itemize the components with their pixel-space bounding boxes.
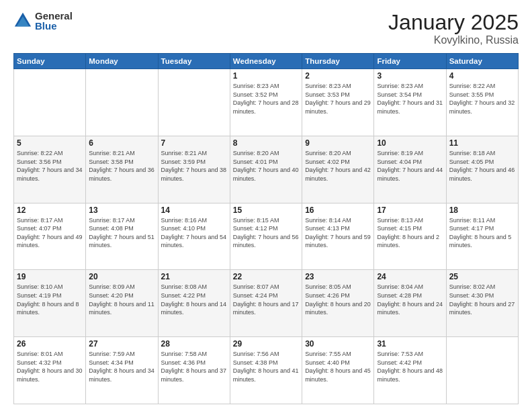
day-daylight: Daylight: 7 hours and 59 minutes. xyxy=(305,234,371,249)
calendar-cell: 14 Sunrise: 8:16 AM Sunset: 4:10 PM Dayl… xyxy=(158,203,230,270)
day-daylight: Daylight: 7 hours and 36 minutes. xyxy=(89,167,154,182)
day-daylight: Daylight: 7 hours and 28 minutes. xyxy=(233,99,299,115)
day-number: 4 xyxy=(449,71,515,81)
day-number: 26 xyxy=(17,339,83,349)
day-sunset: Sunset: 3:53 PM xyxy=(305,91,350,98)
day-number: 13 xyxy=(89,205,154,215)
day-sunrise: Sunrise: 8:14 AM xyxy=(305,217,351,224)
day-sunset: Sunset: 4:36 PM xyxy=(161,359,206,366)
day-daylight: Daylight: 8 hours and 30 minutes. xyxy=(17,367,83,383)
day-sunset: Sunset: 4:34 PM xyxy=(89,359,134,366)
calendar-cell: 25 Sunrise: 8:02 AM Sunset: 4:30 PM Dayl… xyxy=(446,270,518,337)
day-daylight: Daylight: 8 hours and 5 minutes. xyxy=(449,234,512,249)
logo-general-text: General xyxy=(35,11,73,21)
day-sunset: Sunset: 4:05 PM xyxy=(449,158,494,165)
day-sunset: Sunset: 4:30 PM xyxy=(449,292,494,299)
day-sunset: Sunset: 4:22 PM xyxy=(161,292,206,299)
day-sunset: Sunset: 4:04 PM xyxy=(377,158,422,165)
day-sunrise: Sunrise: 8:09 AM xyxy=(89,283,135,290)
day-sunset: Sunset: 4:12 PM xyxy=(233,225,278,232)
day-sunset: Sunset: 4:01 PM xyxy=(233,158,278,165)
day-sunrise: Sunrise: 8:22 AM xyxy=(449,83,496,89)
calendar-cell: 31 Sunrise: 7:53 AM Sunset: 4:42 PM Dayl… xyxy=(374,337,446,404)
day-sunrise: Sunrise: 8:10 AM xyxy=(17,283,63,290)
page: General Blue January 2025 Kovylkino, Rus… xyxy=(0,0,532,411)
day-number: 19 xyxy=(17,272,83,281)
day-sunrise: Sunrise: 8:17 AM xyxy=(17,217,63,224)
col-sunday: Sunday xyxy=(14,54,86,69)
day-sunrise: Sunrise: 8:20 AM xyxy=(233,150,279,156)
day-number: 7 xyxy=(161,138,227,148)
day-sunrise: Sunrise: 8:23 AM xyxy=(305,83,351,89)
calendar-cell: 7 Sunrise: 8:21 AM Sunset: 3:59 PM Dayli… xyxy=(158,136,230,203)
day-daylight: Daylight: 7 hours and 54 minutes. xyxy=(161,234,227,249)
week-row-1: 1 Sunrise: 8:23 AM Sunset: 3:52 PM Dayli… xyxy=(14,69,519,136)
day-sunrise: Sunrise: 7:56 AM xyxy=(233,351,279,357)
day-daylight: Daylight: 7 hours and 34 minutes. xyxy=(17,167,83,182)
calendar-table: Sunday Monday Tuesday Wednesday Thursday… xyxy=(13,53,519,404)
day-number: 24 xyxy=(377,272,443,281)
day-daylight: Daylight: 8 hours and 8 minutes. xyxy=(17,301,79,316)
calendar-cell xyxy=(158,69,230,136)
day-number: 14 xyxy=(161,205,227,215)
day-daylight: Daylight: 7 hours and 38 minutes. xyxy=(161,167,227,182)
logo-text: General Blue xyxy=(35,11,73,31)
day-sunset: Sunset: 4:26 PM xyxy=(305,292,350,299)
day-daylight: Daylight: 7 hours and 31 minutes. xyxy=(377,99,443,115)
calendar-cell xyxy=(446,337,518,404)
day-number: 31 xyxy=(377,339,443,349)
calendar-cell: 4 Sunrise: 8:22 AM Sunset: 3:55 PM Dayli… xyxy=(446,69,518,136)
calendar-title: January 2025 xyxy=(388,11,519,34)
day-sunset: Sunset: 3:56 PM xyxy=(17,158,62,165)
day-sunrise: Sunrise: 8:22 AM xyxy=(17,150,63,156)
day-sunset: Sunset: 4:19 PM xyxy=(17,292,62,299)
calendar-cell: 2 Sunrise: 8:23 AM Sunset: 3:53 PM Dayli… xyxy=(302,69,374,136)
day-number: 3 xyxy=(377,71,443,81)
day-sunrise: Sunrise: 8:21 AM xyxy=(89,150,135,156)
calendar-cell: 20 Sunrise: 8:09 AM Sunset: 4:20 PM Dayl… xyxy=(86,270,158,337)
day-number: 25 xyxy=(449,272,515,281)
day-daylight: Daylight: 8 hours and 11 minutes. xyxy=(89,301,154,316)
day-number: 23 xyxy=(305,272,371,281)
title-block: January 2025 Kovylkino, Russia xyxy=(388,11,519,46)
calendar-cell: 10 Sunrise: 8:19 AM Sunset: 4:04 PM Dayl… xyxy=(374,136,446,203)
day-daylight: Daylight: 7 hours and 56 minutes. xyxy=(233,234,299,249)
day-number: 6 xyxy=(89,138,154,148)
day-number: 2 xyxy=(305,71,371,81)
calendar-cell xyxy=(14,69,86,136)
day-sunrise: Sunrise: 8:21 AM xyxy=(161,150,208,156)
day-daylight: Daylight: 8 hours and 45 minutes. xyxy=(305,367,371,383)
calendar-cell: 5 Sunrise: 8:22 AM Sunset: 3:56 PM Dayli… xyxy=(14,136,86,203)
day-number: 12 xyxy=(17,205,83,215)
day-daylight: Daylight: 7 hours and 46 minutes. xyxy=(449,167,515,182)
day-sunset: Sunset: 4:28 PM xyxy=(377,292,422,299)
day-number: 28 xyxy=(161,339,227,349)
calendar-cell xyxy=(86,69,158,136)
day-sunset: Sunset: 4:42 PM xyxy=(377,359,422,366)
day-sunrise: Sunrise: 7:59 AM xyxy=(89,351,135,357)
day-sunset: Sunset: 4:15 PM xyxy=(377,225,422,232)
day-number: 20 xyxy=(89,272,154,281)
day-sunset: Sunset: 4:32 PM xyxy=(17,359,62,366)
day-sunrise: Sunrise: 8:13 AM xyxy=(377,217,423,224)
day-number: 27 xyxy=(89,339,154,349)
day-sunrise: Sunrise: 8:23 AM xyxy=(233,83,279,89)
day-sunrise: Sunrise: 8:01 AM xyxy=(17,351,63,357)
col-wednesday: Wednesday xyxy=(230,54,302,69)
day-sunset: Sunset: 4:10 PM xyxy=(161,225,206,232)
day-sunrise: Sunrise: 8:19 AM xyxy=(377,150,423,156)
day-sunrise: Sunrise: 8:20 AM xyxy=(305,150,351,156)
day-number: 17 xyxy=(377,205,443,215)
day-number: 10 xyxy=(377,138,443,148)
calendar-cell: 23 Sunrise: 8:05 AM Sunset: 4:26 PM Dayl… xyxy=(302,270,374,337)
calendar-cell: 21 Sunrise: 8:08 AM Sunset: 4:22 PM Dayl… xyxy=(158,270,230,337)
day-daylight: Daylight: 7 hours and 51 minutes. xyxy=(89,234,154,249)
day-number: 8 xyxy=(233,138,299,148)
day-daylight: Daylight: 7 hours and 49 minutes. xyxy=(17,234,83,249)
header: General Blue January 2025 Kovylkino, Rus… xyxy=(13,11,519,46)
day-sunrise: Sunrise: 8:23 AM xyxy=(377,83,423,89)
logo-icon xyxy=(13,11,32,30)
col-monday: Monday xyxy=(86,54,158,69)
day-sunset: Sunset: 4:17 PM xyxy=(449,225,494,232)
day-daylight: Daylight: 8 hours and 34 minutes. xyxy=(89,367,154,383)
